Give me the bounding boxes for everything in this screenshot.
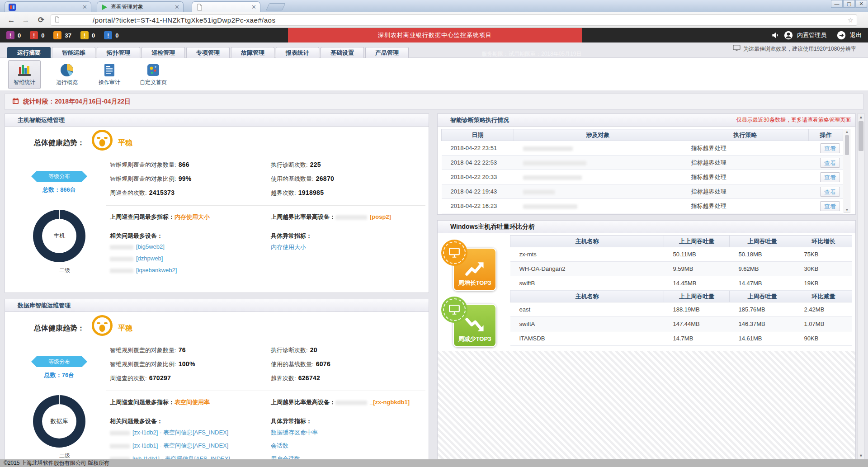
nav-tab-4[interactable]: 巡检管理 bbox=[142, 47, 185, 58]
list-item: [zx-l1db1] - 表空间信息[AFS_INDEX] bbox=[110, 442, 230, 450]
device-link[interactable]: 内存使用大小 bbox=[271, 244, 306, 250]
cell-value: 50.11MB bbox=[664, 247, 730, 262]
scrollbar-thumb[interactable] bbox=[845, 135, 849, 155]
device-link[interactable]: [zx-l1db2] - 表空间信息[AFS_INDEX] bbox=[132, 429, 228, 436]
stat-item: 使用的基线数量:26870 bbox=[271, 175, 425, 183]
nav-tab-5[interactable]: 专项管理 bbox=[186, 47, 230, 58]
url-input[interactable]: /portal/?ticket=ST-41-HNZkTtgXke51igDwp2… bbox=[51, 14, 857, 26]
refresh-button[interactable]: ⟳ bbox=[35, 14, 47, 26]
window-minimize-button[interactable]: — bbox=[831, 0, 843, 8]
toolbar-button-4[interactable]: 自定义首页 bbox=[137, 60, 170, 89]
device-link[interactable]: 数据缓存区命中率 bbox=[271, 429, 318, 436]
browser-tab-1[interactable]: ✕ bbox=[5, 1, 91, 12]
device-link[interactable]: [zx-l1db1] - 表空间信息[AFS_INDEX] bbox=[132, 442, 228, 449]
cell-hostname: swiftB bbox=[510, 276, 664, 291]
alert-counter[interactable]: !37 bbox=[53, 31, 71, 39]
statistics-period-bar: 统计时段：2018年04月16日-04月22日 bbox=[5, 94, 863, 110]
nav-tab-9[interactable]: 产品管理 bbox=[365, 47, 409, 58]
scrollbar-thumb[interactable] bbox=[859, 121, 863, 151]
cell-date: 2018-04-22 19:43 bbox=[442, 184, 514, 199]
view-button[interactable]: 查看 bbox=[820, 201, 840, 211]
window-close-button[interactable]: ✕ bbox=[855, 0, 867, 8]
table-row: zx-mts50.11MB50.18MB75KB bbox=[510, 247, 852, 262]
user-avatar-icon[interactable] bbox=[784, 31, 793, 40]
nav-tab-2[interactable]: 智能运维 bbox=[52, 47, 95, 58]
forward-button[interactable]: → bbox=[20, 14, 32, 26]
view-button[interactable]: 查看 bbox=[820, 158, 840, 168]
cell-value: 9.59MB bbox=[664, 262, 730, 276]
alert-count: 0 bbox=[18, 32, 21, 39]
cell-value: 188.19MB bbox=[664, 302, 730, 317]
nav-tab-1[interactable]: 运行摘要 bbox=[7, 47, 51, 58]
column-header: 日期 bbox=[442, 129, 514, 141]
list-item: 数据缓存区命中率 bbox=[271, 429, 318, 437]
redacted-text bbox=[110, 431, 130, 435]
device-link[interactable]: [big5web2] bbox=[136, 243, 165, 250]
nav-tab-6[interactable]: 故障管理 bbox=[231, 47, 274, 58]
top-issue-metric: 上周巡查问题最多指标：表空间使用率 bbox=[110, 398, 210, 406]
bookmark-star-icon[interactable]: ☆ bbox=[848, 16, 854, 24]
alert-counter[interactable]: !0 bbox=[80, 31, 95, 39]
table-header-row: 主机名称上上周吞吐量上周吞吐量环比减量 bbox=[510, 291, 852, 302]
table-scrollbar[interactable]: ▲ ▼ bbox=[844, 129, 850, 213]
column-header: 环比减量 bbox=[795, 291, 852, 302]
scroll-down-icon[interactable]: ▼ bbox=[844, 208, 850, 212]
alert-count: 37 bbox=[65, 32, 71, 39]
alert-counter[interactable]: !0 bbox=[30, 31, 44, 39]
new-tab-button[interactable] bbox=[266, 3, 285, 10]
scroll-up-icon[interactable]: ▲ bbox=[858, 115, 864, 119]
toolbar-button-1[interactable]: 智维统计 bbox=[8, 60, 41, 89]
browser-tab-3[interactable]: ✕ bbox=[192, 1, 260, 12]
window-maximize-button[interactable]: ▢ bbox=[843, 0, 855, 8]
panel-title: 数据库智能运维管理 bbox=[5, 299, 429, 312]
browser-tab-2[interactable]: 查看管理对象 ✕ bbox=[97, 1, 184, 12]
logout-label[interactable]: 退出 bbox=[850, 31, 862, 39]
user-name[interactable]: 内置管理员 bbox=[797, 31, 826, 39]
view-button[interactable]: 查看 bbox=[820, 143, 840, 153]
alert-badge-icon: ! bbox=[6, 31, 14, 39]
device-link[interactable]: [iqsebankweb2] bbox=[136, 267, 177, 274]
logout-icon[interactable] bbox=[837, 31, 846, 40]
throughput-panel: Windows主机吞吐量环比分析 周增长TOP3 周减少TOP3 bbox=[437, 220, 856, 459]
stat-item: 执行诊断次数:20 bbox=[271, 346, 425, 354]
nav-tab-3[interactable]: 拓扑管理 bbox=[97, 47, 140, 58]
tab-close-icon[interactable]: ✕ bbox=[175, 4, 179, 10]
alert-badge-icon: ! bbox=[30, 31, 38, 39]
device-link[interactable]: 会话数 bbox=[271, 442, 288, 449]
nav-tab-8[interactable]: 基础设置 bbox=[321, 47, 364, 58]
stat-item: 执行诊断次数:225 bbox=[271, 161, 425, 169]
column-header: 上周吞吐量 bbox=[730, 236, 795, 247]
toolbar-button-2[interactable]: 运行概览 bbox=[51, 60, 83, 89]
grade-donut-chart: 主机 bbox=[33, 210, 85, 262]
list-item: [zx-l1db2] - 表空间信息[AFS_INDEX] bbox=[110, 429, 230, 437]
device-link[interactable]: [dzhpweb] bbox=[136, 255, 163, 262]
view-button[interactable]: 查看 bbox=[820, 172, 840, 182]
panel-title: 主机智能运维管理 bbox=[5, 114, 429, 127]
scroll-down-icon[interactable]: ▼ bbox=[858, 453, 864, 458]
cell-action: 查看 bbox=[809, 156, 843, 170]
redacted-text bbox=[523, 161, 586, 165]
monitor-icon bbox=[733, 45, 741, 53]
cell-action: 查看 bbox=[809, 184, 843, 199]
cell-date: 2018-04-22 22:53 bbox=[442, 156, 514, 170]
cell-value: 14.7MB bbox=[664, 331, 730, 346]
page-scrollbar[interactable]: ▲ ▼ bbox=[857, 113, 865, 459]
tab-close-icon[interactable]: ✕ bbox=[251, 4, 256, 10]
donut-center-label: 主机 bbox=[42, 219, 76, 253]
cell-value: 14.61MB bbox=[730, 331, 795, 346]
grade-distribution-badge: 等级分布 bbox=[31, 171, 87, 182]
scroll-up-icon[interactable]: ▲ bbox=[844, 130, 850, 134]
alert-counter[interactable]: !0 bbox=[104, 31, 118, 39]
related-devices-label: 相关问题最多设备： bbox=[110, 417, 163, 425]
speaker-icon[interactable] bbox=[771, 31, 780, 40]
nav-tab-7[interactable]: 报表统计 bbox=[276, 47, 319, 58]
toolbar-button-3[interactable]: 操作审计 bbox=[93, 60, 126, 89]
view-button[interactable]: 查看 bbox=[820, 187, 840, 197]
cell-value: 30KB bbox=[795, 262, 852, 276]
back-button[interactable]: ← bbox=[5, 14, 17, 26]
alert-counter[interactable]: !0 bbox=[6, 31, 21, 39]
table-row: east188.19MB185.76MB2.42MB bbox=[510, 302, 852, 317]
column-header: 上周吞吐量 bbox=[730, 291, 795, 302]
cell-strategy: 指标越界处理 bbox=[682, 184, 809, 199]
tab-close-icon[interactable]: ✕ bbox=[82, 4, 87, 10]
